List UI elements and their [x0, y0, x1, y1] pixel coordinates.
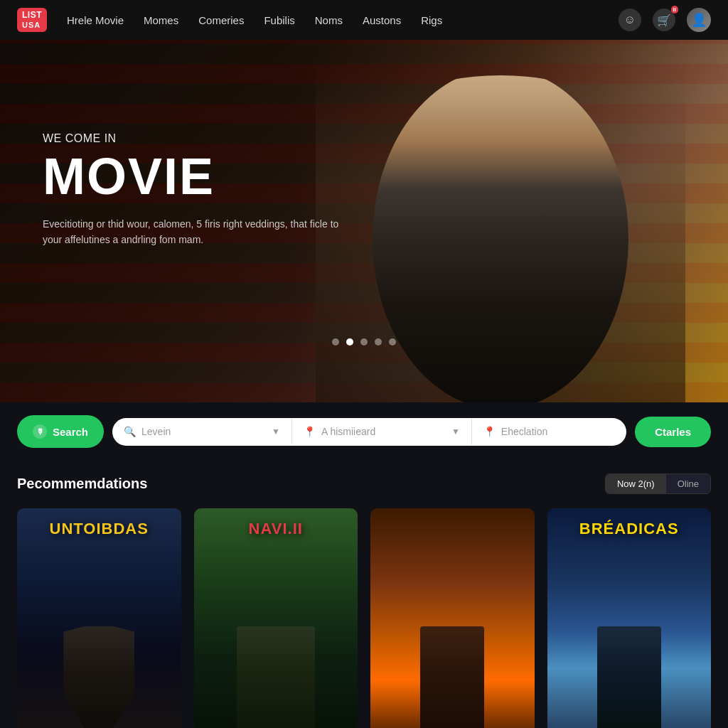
- hero-dot-4[interactable]: [375, 338, 382, 346]
- logo[interactable]: list USA: [17, 8, 47, 31]
- movie-poster-3: [370, 508, 535, 728]
- location-icon: 🔍: [124, 426, 136, 437]
- search-field-category[interactable]: 📍 ▼: [292, 419, 472, 444]
- nav-noms[interactable]: Noms: [315, 14, 343, 26]
- hero-dot-2[interactable]: [346, 338, 353, 346]
- filter-tab-now[interactable]: Now 2(n): [606, 474, 666, 493]
- notification-icon[interactable]: 🛒: [653, 9, 675, 31]
- poster-title-1: UNTOIBDAS: [17, 520, 181, 538]
- search-field-location[interactable]: 🔍 ▼: [112, 419, 292, 444]
- nav-right: ☺ 🛒 👤: [619, 8, 711, 32]
- keyword-icon: 📍: [483, 426, 496, 437]
- search-field-keyword[interactable]: 📍 🔍: [472, 418, 626, 446]
- chevron-down-icon-1: ▼: [272, 427, 280, 437]
- navbar: list USA Hrele MovieMomesComeriesFubilis…: [0, 0, 728, 40]
- movie-poster-1: UNTOIBDAS: [17, 508, 181, 728]
- search-voice-button[interactable]: 🎙 Search: [17, 415, 104, 448]
- movie-poster-4: BRÉADICAS: [547, 508, 712, 728]
- nav-fubilis[interactable]: Fubilis: [264, 14, 294, 26]
- hero-section: WE COME IN MOVIE Evecitioting or thid wo…: [0, 40, 728, 402]
- hero-dot-3[interactable]: [360, 338, 368, 346]
- hero-dot-1[interactable]: [332, 338, 339, 346]
- go-search-button[interactable]: Ctarles: [635, 417, 711, 447]
- hero-description: Evecitioting or thid wour, calomen, 5 fi…: [43, 216, 341, 248]
- nav-hrele-movie[interactable]: Hrele Movie: [67, 14, 124, 26]
- chevron-down-icon-2: ▼: [451, 427, 460, 437]
- hero-person: [316, 40, 685, 402]
- hero-dot-5[interactable]: [389, 338, 396, 346]
- poster-bg-3: [370, 508, 535, 728]
- avatar[interactable]: 👤: [687, 8, 711, 32]
- movie-card-1[interactable]: UNTOIBDAS This Chenvin: [17, 508, 181, 728]
- filter-tab-online[interactable]: Oline: [666, 474, 710, 493]
- search-bar: 🎙 Search 🔍 ▼ 📍 ▼ 📍 🔍 Ctarles: [0, 402, 728, 448]
- nav-links: Hrele MovieMomesComeriesFubilisNomsAusto…: [67, 14, 619, 26]
- hero-person-silhouette: [365, 75, 636, 402]
- search-input-location[interactable]: [141, 426, 266, 437]
- nav-rigs[interactable]: Rigs: [421, 14, 442, 26]
- hero-title: MOVIE: [43, 151, 341, 202]
- search-input-category[interactable]: [321, 426, 446, 437]
- movie-card-2[interactable]: NAVI.II The Levaruis: [194, 508, 358, 728]
- user-circle-icon[interactable]: ☺: [619, 9, 641, 31]
- poster-figure-3: [420, 626, 484, 728]
- movie-poster-2: NAVI.II: [194, 508, 358, 728]
- section-title: Pecommemdations: [17, 476, 147, 492]
- poster-figure-4: [597, 626, 661, 728]
- poster-title-2: NAVI.II: [194, 520, 358, 538]
- logo-bottom: USA: [22, 21, 42, 29]
- search-button-label: Search: [53, 426, 88, 438]
- search-input-keyword[interactable]: [501, 426, 626, 437]
- poster-bg-4: BRÉADICAS: [547, 508, 712, 728]
- poster-bg-2: NAVI.II: [194, 508, 358, 728]
- poster-figure-1: [63, 626, 134, 728]
- nav-comeries[interactable]: Comeries: [198, 14, 244, 26]
- movie-card-4[interactable]: BRÉADICAS Wik Nerm Main Det: [547, 508, 712, 728]
- section-header: Pecommemdations Now 2(n) Oline: [17, 473, 711, 494]
- logo-top: list: [22, 11, 42, 20]
- poster-title-4: BRÉADICAS: [547, 520, 712, 538]
- search-fields-container: 🔍 ▼ 📍 ▼ 📍 🔍: [112, 418, 626, 446]
- category-icon: 📍: [304, 426, 316, 437]
- hero-content: WE COME IN MOVIE Evecitioting or thid wo…: [43, 132, 341, 248]
- hero-dots: [332, 338, 396, 346]
- recommendations-section: Pecommemdations Now 2(n) Oline UNTOIBDAS…: [0, 448, 728, 728]
- movie-grid: UNTOIBDAS This Chenvin NAVI.II The Levar…: [17, 508, 711, 728]
- movie-card-3[interactable]: Mavris Clubmy: [370, 508, 535, 728]
- nav-momes[interactable]: Momes: [144, 14, 178, 26]
- nav-austons[interactable]: Austons: [363, 14, 401, 26]
- poster-figure-2: [237, 626, 315, 728]
- mic-icon: 🎙: [33, 424, 47, 439]
- filter-tabs: Now 2(n) Oline: [605, 473, 711, 494]
- hero-subtitle: WE COME IN: [43, 132, 341, 145]
- poster-bg-1: UNTOIBDAS: [17, 508, 181, 728]
